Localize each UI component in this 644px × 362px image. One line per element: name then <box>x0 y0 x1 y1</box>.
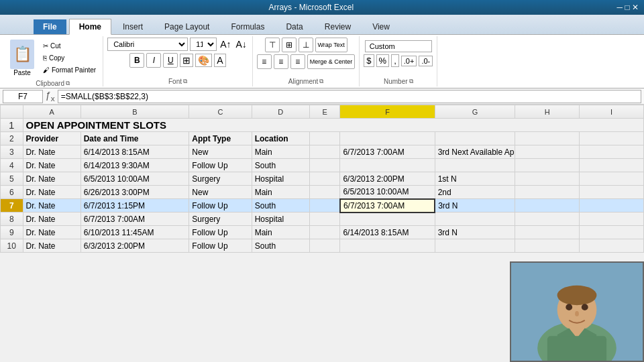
align-right-button[interactable]: ≡ <box>290 54 305 69</box>
cell-h7[interactable] <box>515 199 580 213</box>
tab-formulas[interactable]: Formulas <box>221 19 274 34</box>
wrap-text-button[interactable]: Wrap Text <box>315 38 347 52</box>
cell-c3[interactable]: New <box>189 145 252 159</box>
cell-a2[interactable]: Provider <box>23 132 80 145</box>
tab-home[interactable]: Home <box>69 19 111 35</box>
cell-a5[interactable]: Dr. Nate <box>23 172 80 186</box>
cell-g10[interactable] <box>435 239 515 253</box>
cell-a4[interactable]: Dr. Nate <box>23 159 80 172</box>
col-header-a[interactable]: A <box>23 105 80 119</box>
cell-e3[interactable] <box>309 145 339 159</box>
tab-view[interactable]: View <box>362 19 400 34</box>
dollar-icon[interactable]: $ <box>364 54 374 67</box>
col-header-i[interactable]: I <box>580 105 644 119</box>
font-size-selector[interactable]: 11 <box>190 38 217 51</box>
cell-f9[interactable]: 6/14/2013 8:15AM <box>340 226 435 239</box>
alignment-expand-icon[interactable]: ⧉ <box>319 78 323 85</box>
cell-h2[interactable] <box>515 132 580 145</box>
cell-a3[interactable]: Dr. Nate <box>23 145 80 159</box>
cell-e5[interactable] <box>309 172 339 186</box>
cell-d7[interactable]: South <box>252 199 309 213</box>
cell-d5[interactable]: Hospital <box>252 172 309 186</box>
function-icon[interactable]: ƒx <box>46 90 55 103</box>
copy-button[interactable]: ⎘ Copy <box>40 53 99 63</box>
decrease-font-icon[interactable]: A↓ <box>234 39 248 50</box>
cell-b5[interactable]: 6/5/2013 10:00AM <box>80 172 189 186</box>
tab-page-layout[interactable]: Page Layout <box>154 19 219 34</box>
cell-i8[interactable] <box>580 213 644 226</box>
cell-h4[interactable] <box>515 159 580 172</box>
cell-f2[interactable] <box>340 132 435 145</box>
cell-g8[interactable] <box>435 213 515 226</box>
cell-i6[interactable] <box>580 186 644 199</box>
number-expand-icon[interactable]: ⧉ <box>409 78 413 85</box>
cell-f7-active[interactable]: 6/7/2013 7:00AM <box>340 199 435 213</box>
cell-reference-box[interactable] <box>3 90 43 103</box>
row-header-10[interactable]: 10 <box>1 239 23 253</box>
cell-c5[interactable]: Surgery <box>189 172 252 186</box>
cut-button[interactable]: ✂ Cut <box>40 41 99 51</box>
col-header-c[interactable]: C <box>189 105 252 119</box>
cell-g9[interactable]: 3rd N <box>435 226 515 239</box>
cell-c6[interactable]: New <box>189 186 252 199</box>
cell-b9[interactable]: 6/10/2013 11:45AM <box>80 226 189 239</box>
align-center-button[interactable]: ≡ <box>274 54 288 69</box>
cell-f8[interactable] <box>340 213 435 226</box>
cell-b10[interactable]: 6/3/2013 2:00PM <box>80 239 189 253</box>
cell-f3[interactable]: 6/7/2013 7:00AM <box>340 145 435 159</box>
cell-i2[interactable] <box>580 132 644 145</box>
cell-c7[interactable]: Follow Up <box>189 199 252 213</box>
col-header-h[interactable]: H <box>515 105 580 119</box>
align-bottom-button[interactable]: ⊥ <box>299 38 313 52</box>
cell-b4[interactable]: 6/14/2013 9:30AM <box>80 159 189 172</box>
cell-h10[interactable] <box>515 239 580 253</box>
font-color-icon[interactable]: A <box>214 54 225 67</box>
cell-c10[interactable]: Follow Up <box>189 239 252 253</box>
cell-c2[interactable]: Appt Type <box>189 132 252 145</box>
row-header-8[interactable]: 8 <box>1 213 23 226</box>
cell-i7[interactable] <box>580 199 644 213</box>
cell-d2[interactable]: Location <box>252 132 309 145</box>
italic-button[interactable]: I <box>146 53 161 68</box>
cell-i3[interactable] <box>580 145 644 159</box>
cell-h9[interactable] <box>515 226 580 239</box>
decrease-decimal-icon[interactable]: .0- <box>419 56 433 66</box>
border-icon[interactable]: ⊞ <box>180 54 193 67</box>
cell-a10[interactable]: Dr. Nate <box>23 239 80 253</box>
cell-g5[interactable]: 1st N <box>435 172 515 186</box>
cell-e8[interactable] <box>309 213 339 226</box>
cell-b2[interactable]: Date and Time <box>80 132 189 145</box>
align-left-button[interactable]: ≡ <box>257 54 272 69</box>
cell-c4[interactable]: Follow Up <box>189 159 252 172</box>
formula-input[interactable] <box>58 90 641 103</box>
merge-center-button[interactable]: Merge & Center <box>307 54 356 69</box>
cell-f5[interactable]: 6/3/2013 2:00PM <box>340 172 435 186</box>
percent-icon[interactable]: % <box>376 54 390 67</box>
cell-a8[interactable]: Dr. Nate <box>23 213 80 226</box>
underline-button[interactable]: U <box>163 53 178 68</box>
cell-e7[interactable] <box>309 199 339 213</box>
font-family-selector[interactable]: Calibri <box>107 38 188 51</box>
cell-b3[interactable]: 6/14/2013 8:15AM <box>80 145 189 159</box>
cell-e4[interactable] <box>309 159 339 172</box>
cell-a7[interactable]: Dr. Nate <box>23 199 80 213</box>
clipboard-expand-icon[interactable]: ⧉ <box>66 80 70 87</box>
align-middle-button[interactable]: ⊞ <box>282 38 297 52</box>
row-header-9[interactable]: 9 <box>1 226 23 239</box>
cell-d4[interactable]: South <box>252 159 309 172</box>
cell-e2[interactable] <box>309 132 339 145</box>
increase-font-icon[interactable]: A↑ <box>219 39 232 50</box>
cell-d3[interactable]: Main <box>252 145 309 159</box>
cell-d6[interactable]: Main <box>252 186 309 199</box>
cell-c8[interactable]: Surgery <box>189 213 252 226</box>
row-header-6[interactable]: 6 <box>1 186 23 199</box>
cell-d9[interactable]: Main <box>252 226 309 239</box>
cell-a9[interactable]: Dr. Nate <box>23 226 80 239</box>
cell-a6[interactable]: Dr. Nate <box>23 186 80 199</box>
increase-decimal-icon[interactable]: .0+ <box>401 56 417 66</box>
comma-icon[interactable]: , <box>391 54 399 67</box>
cell-h8[interactable] <box>515 213 580 226</box>
cell-g6[interactable]: 2nd <box>435 186 515 199</box>
cell-h6[interactable] <box>515 186 580 199</box>
cell-b6[interactable]: 6/26/2013 3:00PM <box>80 186 189 199</box>
